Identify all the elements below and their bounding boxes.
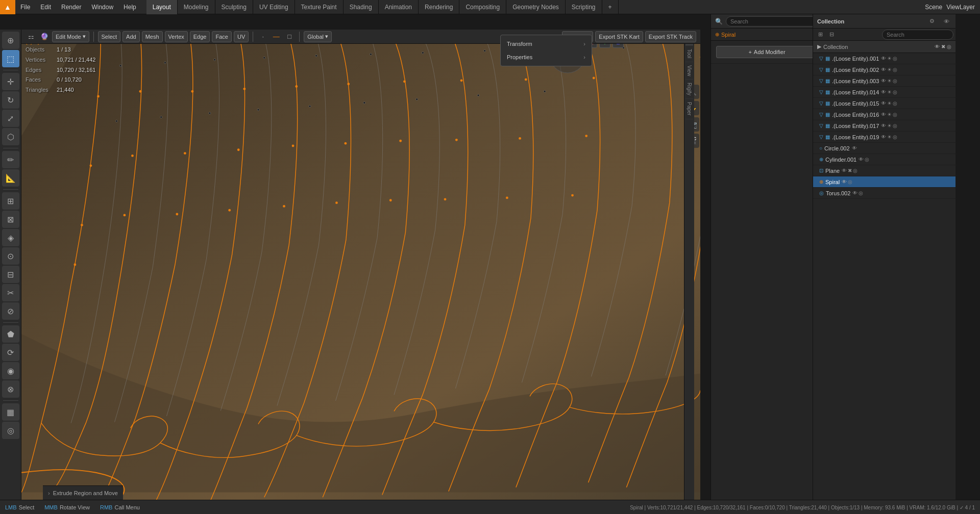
top-menu-bar: ▲ File Edit Render Window Help Layout Mo… — [0, 0, 980, 14]
export-track-btn[interactable]: Export STK Track — [645, 31, 696, 42]
svg-point-32 — [444, 198, 447, 200]
header-render-icon[interactable]: 🔮 — [39, 31, 50, 42]
select-box-tool[interactable]: ⬚ — [2, 50, 19, 67]
uv-menu[interactable]: UV — [234, 31, 249, 42]
tab-uv-editing[interactable]: UV Editing — [253, 0, 295, 14]
tab-texture-paint[interactable]: Texture Paint — [295, 0, 344, 14]
vertex-menu[interactable]: Vertex — [165, 31, 188, 42]
outliner-sort-icon[interactable]: ⊟ — [826, 30, 837, 40]
transform-space[interactable]: Global▾ — [304, 31, 332, 42]
vertex-select-icon[interactable]: · — [257, 31, 268, 42]
tab-compositing[interactable]: Compositing — [459, 0, 506, 14]
rotate-tool[interactable]: ↻ — [2, 91, 19, 109]
n-tab-tool[interactable]: Tool — [685, 46, 693, 62]
measure-tool[interactable]: 📐 — [2, 169, 19, 187]
edge-select-icon[interactable]: — — [271, 31, 282, 42]
modifier-section: + Add Modifier — [711, 41, 823, 64]
transform-tool[interactable]: ⬡ — [2, 128, 19, 145]
outliner-item[interactable]: ▽ ▦ .(Loose Entity).019 👁 ☀ ◎ — [813, 132, 955, 143]
tab-modeling[interactable]: Modeling — [178, 0, 215, 14]
outliner-search-input[interactable] — [882, 30, 953, 40]
scene-selector[interactable]: Scene — [925, 4, 942, 11]
menu-render[interactable]: Render — [56, 0, 86, 14]
bisect-tool[interactable]: ⊘ — [2, 302, 19, 320]
n-tab-paper[interactable]: Paper — [685, 99, 693, 119]
tab-scripting[interactable]: Scripting — [566, 0, 602, 14]
menu-window[interactable]: Window — [86, 0, 118, 14]
outliner-header: Collection ⚙ 👁 — [813, 14, 955, 29]
n-tab-rigify[interactable]: Rigify — [685, 80, 693, 99]
n-tab-view[interactable]: View — [685, 62, 693, 80]
export-kart-btn[interactable]: Export STK Kart — [595, 31, 643, 42]
outliner-item[interactable]: ▽ ▦ .(Loose Entity).015 👁 ☀ ◎ — [813, 98, 955, 109]
header-grid-icon[interactable]: ⚏ — [26, 31, 37, 42]
view-menu[interactable]: Select — [98, 31, 121, 42]
svg-point-41 — [119, 65, 121, 67]
add-modifier-btn[interactable]: + Add Modifier — [716, 46, 818, 58]
outliner-eye-icon[interactable]: 👁 — [941, 16, 951, 27]
randomize-tool[interactable]: ⊗ — [2, 380, 19, 398]
top-right-controls: Scene ViewLayer — [925, 4, 980, 11]
mesh-menu[interactable]: Mesh — [142, 31, 163, 42]
menu-edit[interactable]: Edit — [35, 0, 56, 14]
svg-point-4 — [74, 264, 76, 266]
popup-properties[interactable]: Properties › — [501, 50, 592, 64]
tab-rendering[interactable]: Rendering — [419, 0, 459, 14]
outliner-item-spiral[interactable]: ⊕ Spiral 👁 ◎ — [813, 176, 955, 188]
menu-file[interactable]: File — [15, 0, 35, 14]
scale-tool[interactable]: ⤢ — [2, 110, 19, 127]
outliner-item[interactable]: ◎ Torus.002 👁 ◎ — [813, 188, 955, 199]
face-select-icon[interactable]: □ — [284, 31, 295, 42]
tab-shading[interactable]: Shading — [344, 0, 379, 14]
svg-point-52 — [160, 116, 162, 118]
outliner-title: Collection — [817, 18, 844, 24]
offset-edges-tool[interactable]: ⊟ — [2, 266, 19, 283]
svg-point-51 — [115, 120, 117, 122]
outliner-restrict-icon[interactable]: ⊞ — [815, 30, 825, 40]
popup-transform[interactable]: Transform › — [501, 37, 592, 50]
spin-tool[interactable]: ⟳ — [2, 344, 19, 361]
tab-animation[interactable]: Animation — [379, 0, 419, 14]
cursor-tool[interactable]: ⊕ — [2, 32, 19, 49]
props-search-input[interactable] — [726, 16, 819, 27]
tab-layout[interactable]: Layout — [146, 0, 178, 14]
workspace-tabs: Layout Modeling Sculpting UV Editing Tex… — [146, 0, 619, 14]
svg-point-16 — [228, 209, 231, 212]
loop-cut-tool[interactable]: ⊙ — [2, 247, 19, 265]
poly-build-tool[interactable]: ⬟ — [2, 325, 19, 343]
tab-sculpting[interactable]: Sculpting — [215, 0, 253, 14]
viewlayer-selector[interactable]: ViewLayer — [946, 4, 975, 11]
tool-separator4 — [3, 322, 18, 323]
mode-dropdown[interactable]: Edit Mode▾ — [52, 31, 89, 42]
face-menu[interactable]: Face — [212, 31, 231, 42]
outliner-item[interactable]: ▽ ▦ .(Loose Entity).003 👁 ☀ ◎ — [813, 75, 955, 87]
outliner-item[interactable]: ○ Circle.002 👁 — [813, 143, 955, 154]
bevel-tool[interactable]: ◈ — [2, 229, 19, 246]
move-tool[interactable]: ✛ — [2, 73, 19, 90]
svg-point-30 — [460, 79, 463, 82]
outliner-item[interactable]: ▽ ▦ .(Loose Entity).001 👁 ☀ ◎ — [813, 53, 955, 64]
outliner-item[interactable]: ⊕ Cylinder.001 👁 ◎ — [813, 154, 955, 165]
outliner-filter-icon[interactable]: ⚙ — [927, 16, 937, 27]
knife-tool[interactable]: ✂ — [2, 284, 19, 301]
tab-add-workspace[interactable]: + — [602, 0, 619, 14]
outliner-item[interactable]: ▽ ▦ .(Loose Entity).016 👁 ☀ ◎ — [813, 109, 955, 120]
menu-help[interactable]: Help — [118, 0, 141, 14]
inset-tool[interactable]: ⊠ — [2, 211, 19, 228]
extrude-tool[interactable]: ⊞ — [2, 192, 19, 210]
annotate-tool[interactable]: ✏ — [2, 151, 19, 168]
outliner-item[interactable]: ▽ ▦ .(Loose Entity).017 👁 ☀ ◎ — [813, 120, 955, 132]
shrink-fatten-tool[interactable]: ◎ — [2, 422, 19, 439]
edge-menu[interactable]: Edge — [190, 31, 210, 42]
smooth-vertex-tool[interactable]: ◉ — [2, 362, 19, 379]
svg-point-15 — [237, 148, 240, 151]
app-logo: ▲ — [0, 0, 15, 14]
add-menu[interactable]: Add — [122, 31, 140, 42]
collection-header: ▶ Collection 👁 ✖ ◎ — [813, 41, 955, 53]
viewport[interactable]: User Perspective (1) Spiral Objects 1 / … — [21, 30, 700, 500]
edge-slide-tool[interactable]: ▦ — [2, 403, 19, 421]
outliner-item[interactable]: ▽ ▦ .(Loose Entity).014 👁 ☀ ◎ — [813, 87, 955, 98]
outliner-item[interactable]: ▽ ▦ .(Loose Entity).002 👁 ☀ ◎ — [813, 64, 955, 75]
outliner-item[interactable]: ⊡ Plane 👁 ✖ ◎ — [813, 165, 955, 176]
tab-geometry-nodes[interactable]: Geometry Nodes — [506, 0, 566, 14]
